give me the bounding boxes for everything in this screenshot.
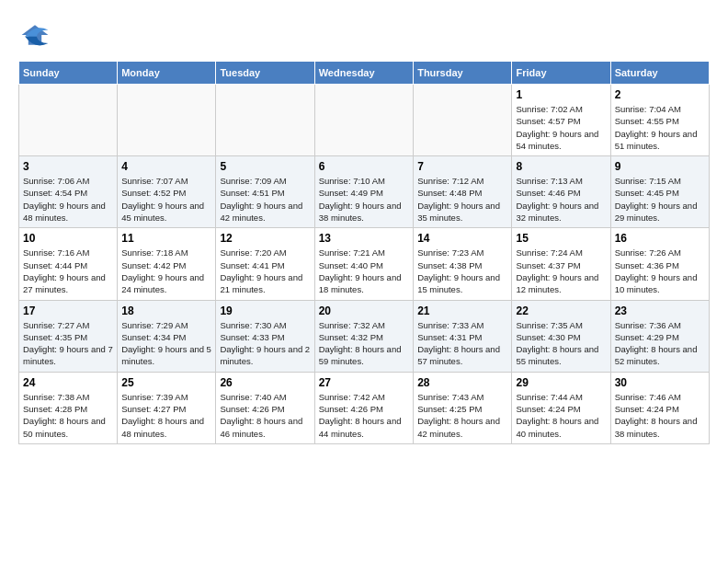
calendar-cell: 3Sunrise: 7:06 AM Sunset: 4:54 PM Daylig… [19, 156, 118, 228]
col-header-tuesday: Tuesday [216, 62, 314, 85]
calendar-cell: 14Sunrise: 7:23 AM Sunset: 4:38 PM Dayli… [414, 228, 512, 300]
logo-icon [18, 18, 51, 52]
day-number: 23 [615, 304, 705, 317]
day-info: Sunrise: 7:46 AM Sunset: 4:24 PM Dayligh… [615, 391, 705, 440]
logo [18, 18, 57, 52]
calendar-cell: 30Sunrise: 7:46 AM Sunset: 4:24 PM Dayli… [610, 372, 709, 443]
day-number: 21 [417, 304, 507, 317]
day-info: Sunrise: 7:42 AM Sunset: 4:26 PM Dayligh… [319, 391, 409, 440]
calendar-week-5: 24Sunrise: 7:38 AM Sunset: 4:28 PM Dayli… [19, 372, 710, 443]
day-info: Sunrise: 7:16 AM Sunset: 4:44 PM Dayligh… [23, 247, 113, 295]
day-info: Sunrise: 7:38 AM Sunset: 4:28 PM Dayligh… [23, 391, 113, 440]
day-number: 8 [516, 160, 606, 173]
calendar-cell: 5Sunrise: 7:09 AM Sunset: 4:51 PM Daylig… [216, 156, 314, 228]
day-number: 9 [615, 160, 705, 173]
day-number: 27 [319, 376, 409, 389]
calendar-cell: 19Sunrise: 7:30 AM Sunset: 4:33 PM Dayli… [216, 300, 314, 372]
day-info: Sunrise: 7:44 AM Sunset: 4:24 PM Dayligh… [516, 391, 606, 440]
calendar-cell: 27Sunrise: 7:42 AM Sunset: 4:26 PM Dayli… [314, 372, 413, 443]
calendar-cell: 11Sunrise: 7:18 AM Sunset: 4:42 PM Dayli… [118, 228, 216, 300]
day-info: Sunrise: 7:06 AM Sunset: 4:54 PM Dayligh… [23, 175, 113, 224]
calendar-cell [314, 85, 413, 156]
calendar-cell [216, 85, 314, 156]
day-info: Sunrise: 7:36 AM Sunset: 4:29 PM Dayligh… [615, 319, 705, 368]
day-info: Sunrise: 7:23 AM Sunset: 4:38 PM Dayligh… [417, 247, 507, 295]
col-header-friday: Friday [512, 62, 610, 85]
calendar-week-1: 1Sunrise: 7:02 AM Sunset: 4:57 PM Daylig… [19, 85, 710, 156]
day-info: Sunrise: 7:24 AM Sunset: 4:37 PM Dayligh… [516, 247, 606, 295]
calendar-cell: 23Sunrise: 7:36 AM Sunset: 4:29 PM Dayli… [610, 300, 709, 372]
day-number: 16 [615, 232, 705, 245]
calendar-cell: 25Sunrise: 7:39 AM Sunset: 4:27 PM Dayli… [118, 372, 216, 443]
day-number: 30 [615, 376, 705, 389]
day-number: 25 [121, 376, 211, 389]
day-number: 13 [319, 232, 409, 245]
calendar-cell [19, 85, 118, 156]
calendar-header-row: SundayMondayTuesdayWednesdayThursdayFrid… [19, 62, 710, 85]
day-info: Sunrise: 7:18 AM Sunset: 4:42 PM Dayligh… [121, 247, 211, 295]
day-number: 6 [319, 160, 409, 173]
day-number: 22 [516, 304, 606, 317]
calendar-cell: 13Sunrise: 7:21 AM Sunset: 4:40 PM Dayli… [314, 228, 413, 300]
day-info: Sunrise: 7:26 AM Sunset: 4:36 PM Dayligh… [615, 247, 705, 295]
day-number: 28 [417, 376, 507, 389]
calendar-cell [414, 85, 512, 156]
day-info: Sunrise: 7:15 AM Sunset: 4:45 PM Dayligh… [615, 175, 705, 224]
calendar-cell: 15Sunrise: 7:24 AM Sunset: 4:37 PM Dayli… [512, 228, 610, 300]
day-number: 24 [23, 376, 113, 389]
calendar-cell: 2Sunrise: 7:04 AM Sunset: 4:55 PM Daylig… [610, 85, 709, 156]
day-number: 17 [23, 304, 113, 317]
day-info: Sunrise: 7:02 AM Sunset: 4:57 PM Dayligh… [516, 103, 606, 152]
day-info: Sunrise: 7:39 AM Sunset: 4:27 PM Dayligh… [121, 391, 211, 440]
calendar-cell: 28Sunrise: 7:43 AM Sunset: 4:25 PM Dayli… [414, 372, 512, 443]
calendar-cell: 29Sunrise: 7:44 AM Sunset: 4:24 PM Dayli… [512, 372, 610, 443]
day-info: Sunrise: 7:30 AM Sunset: 4:33 PM Dayligh… [220, 319, 310, 368]
col-header-monday: Monday [118, 62, 216, 85]
col-header-sunday: Sunday [19, 62, 118, 85]
day-number: 2 [615, 88, 705, 101]
calendar-cell: 26Sunrise: 7:40 AM Sunset: 4:26 PM Dayli… [216, 372, 314, 443]
day-number: 1 [516, 88, 606, 101]
calendar-cell: 8Sunrise: 7:13 AM Sunset: 4:46 PM Daylig… [512, 156, 610, 228]
day-number: 11 [121, 232, 211, 245]
day-info: Sunrise: 7:40 AM Sunset: 4:26 PM Dayligh… [220, 391, 310, 440]
day-number: 3 [23, 160, 113, 173]
calendar-week-4: 17Sunrise: 7:27 AM Sunset: 4:35 PM Dayli… [19, 300, 710, 372]
day-number: 10 [23, 232, 113, 245]
calendar-week-2: 3Sunrise: 7:06 AM Sunset: 4:54 PM Daylig… [19, 156, 710, 228]
calendar-cell: 6Sunrise: 7:10 AM Sunset: 4:49 PM Daylig… [314, 156, 413, 228]
calendar-cell: 16Sunrise: 7:26 AM Sunset: 4:36 PM Dayli… [610, 228, 709, 300]
day-info: Sunrise: 7:12 AM Sunset: 4:48 PM Dayligh… [417, 175, 507, 224]
day-info: Sunrise: 7:09 AM Sunset: 4:51 PM Dayligh… [220, 175, 310, 224]
day-info: Sunrise: 7:35 AM Sunset: 4:30 PM Dayligh… [516, 319, 606, 368]
calendar-cell: 21Sunrise: 7:33 AM Sunset: 4:31 PM Dayli… [414, 300, 512, 372]
day-info: Sunrise: 7:32 AM Sunset: 4:32 PM Dayligh… [319, 319, 409, 368]
calendar-cell: 20Sunrise: 7:32 AM Sunset: 4:32 PM Dayli… [314, 300, 413, 372]
calendar-cell: 17Sunrise: 7:27 AM Sunset: 4:35 PM Dayli… [19, 300, 118, 372]
day-info: Sunrise: 7:13 AM Sunset: 4:46 PM Dayligh… [516, 175, 606, 224]
day-info: Sunrise: 7:20 AM Sunset: 4:41 PM Dayligh… [220, 247, 310, 295]
day-number: 26 [220, 376, 310, 389]
calendar-cell: 10Sunrise: 7:16 AM Sunset: 4:44 PM Dayli… [19, 228, 118, 300]
day-info: Sunrise: 7:04 AM Sunset: 4:55 PM Dayligh… [615, 103, 705, 152]
calendar-cell: 9Sunrise: 7:15 AM Sunset: 4:45 PM Daylig… [610, 156, 709, 228]
calendar-cell: 12Sunrise: 7:20 AM Sunset: 4:41 PM Dayli… [216, 228, 314, 300]
day-number: 19 [220, 304, 310, 317]
day-number: 29 [516, 376, 606, 389]
day-number: 14 [417, 232, 507, 245]
calendar-cell: 24Sunrise: 7:38 AM Sunset: 4:28 PM Dayli… [19, 372, 118, 443]
calendar-cell: 22Sunrise: 7:35 AM Sunset: 4:30 PM Dayli… [512, 300, 610, 372]
day-number: 15 [516, 232, 606, 245]
calendar-cell: 4Sunrise: 7:07 AM Sunset: 4:52 PM Daylig… [118, 156, 216, 228]
page-header [18, 18, 710, 52]
day-number: 7 [417, 160, 507, 173]
day-info: Sunrise: 7:10 AM Sunset: 4:49 PM Dayligh… [319, 175, 409, 224]
calendar-cell: 18Sunrise: 7:29 AM Sunset: 4:34 PM Dayli… [118, 300, 216, 372]
day-info: Sunrise: 7:27 AM Sunset: 4:35 PM Dayligh… [23, 319, 113, 368]
day-info: Sunrise: 7:07 AM Sunset: 4:52 PM Dayligh… [121, 175, 211, 224]
calendar-week-3: 10Sunrise: 7:16 AM Sunset: 4:44 PM Dayli… [19, 228, 710, 300]
calendar: SundayMondayTuesdayWednesdayThursdayFrid… [18, 61, 710, 444]
col-header-thursday: Thursday [414, 62, 512, 85]
day-info: Sunrise: 7:29 AM Sunset: 4:34 PM Dayligh… [121, 319, 211, 368]
calendar-cell: 7Sunrise: 7:12 AM Sunset: 4:48 PM Daylig… [414, 156, 512, 228]
